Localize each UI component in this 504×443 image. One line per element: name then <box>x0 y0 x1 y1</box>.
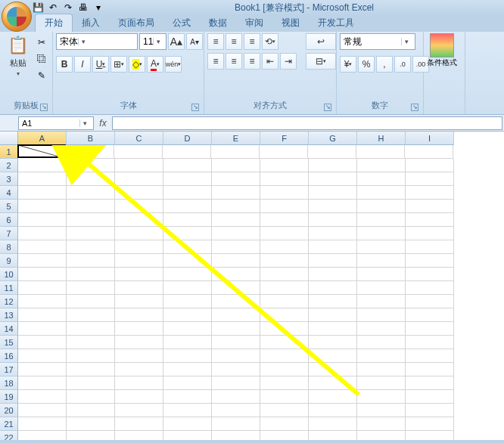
tab-view[interactable]: 视图 <box>272 14 309 32</box>
cell-C12[interactable] <box>115 295 163 308</box>
cell-I19[interactable] <box>406 390 454 404</box>
cell-E1[interactable] <box>211 145 260 159</box>
fx-icon[interactable]: fx <box>94 118 112 129</box>
cell-A20[interactable] <box>18 404 67 417</box>
cell-A16[interactable] <box>18 349 67 363</box>
tab-home[interactable]: 开始 <box>35 14 73 32</box>
cell-H11[interactable] <box>357 281 406 295</box>
cell-D13[interactable] <box>163 308 212 322</box>
cell-E3[interactable] <box>212 172 260 186</box>
cell-H3[interactable] <box>357 172 406 186</box>
cell-F12[interactable] <box>260 295 309 308</box>
office-button[interactable] <box>2 2 32 32</box>
cell-I22[interactable] <box>406 431 454 440</box>
tab-developer[interactable]: 开发工具 <box>309 14 363 32</box>
cell-B10[interactable] <box>67 268 115 281</box>
cell-D16[interactable] <box>163 349 212 363</box>
cell-E12[interactable] <box>212 295 260 308</box>
align-bottom-button[interactable]: ≡ <box>244 33 260 50</box>
cell-B8[interactable] <box>67 240 115 254</box>
cell-G1[interactable] <box>308 145 356 159</box>
cell-A22[interactable] <box>18 431 67 440</box>
column-header-I[interactable]: I <box>406 132 454 145</box>
cell-G17[interactable] <box>309 363 357 376</box>
cell-G21[interactable] <box>309 417 357 431</box>
cell-E11[interactable] <box>212 281 260 295</box>
cell-H19[interactable] <box>357 390 406 404</box>
align-left-button[interactable]: ≡ <box>207 53 224 70</box>
cell-E15[interactable] <box>212 336 260 349</box>
italic-button[interactable]: I <box>74 56 91 73</box>
undo-icon[interactable]: ↶ <box>47 2 59 14</box>
cell-E9[interactable] <box>212 254 260 268</box>
increase-decimal-button[interactable]: .0 <box>394 56 411 73</box>
cell-D20[interactable] <box>163 404 212 417</box>
cell-C20[interactable] <box>115 404 163 417</box>
row-header-1[interactable]: 1 <box>0 145 18 159</box>
cell-G6[interactable] <box>309 213 357 227</box>
cell-E6[interactable] <box>212 213 260 227</box>
row-header-9[interactable]: 9 <box>0 254 18 268</box>
cell-G5[interactable] <box>309 200 357 213</box>
font-launcher[interactable]: ↘ <box>191 104 199 111</box>
cell-C7[interactable] <box>115 227 163 240</box>
comma-button[interactable]: , <box>376 56 393 73</box>
row-header-12[interactable]: 12 <box>0 295 18 308</box>
cell-B3[interactable] <box>67 172 115 186</box>
cell-D22[interactable] <box>163 431 212 440</box>
cell-I13[interactable] <box>406 308 454 322</box>
name-box[interactable]: A1▾ <box>18 116 94 130</box>
cell-D15[interactable] <box>163 336 212 349</box>
row-header-13[interactable]: 13 <box>0 308 18 322</box>
conditional-format-button[interactable]: 条件格式 <box>427 33 457 68</box>
row-header-7[interactable]: 7 <box>0 227 18 240</box>
cell-B6[interactable] <box>67 213 115 227</box>
cell-C15[interactable] <box>115 336 163 349</box>
cell-G19[interactable] <box>309 390 357 404</box>
align-right-button[interactable]: ≡ <box>244 53 260 70</box>
currency-button[interactable]: ¥▾ <box>340 56 356 73</box>
cell-F18[interactable] <box>260 376 309 390</box>
cell-G10[interactable] <box>309 268 357 281</box>
cell-H1[interactable] <box>356 145 405 159</box>
cell-I12[interactable] <box>406 295 454 308</box>
column-header-F[interactable]: F <box>260 132 309 145</box>
cell-D5[interactable] <box>163 200 212 213</box>
cell-H12[interactable] <box>357 295 406 308</box>
row-header-20[interactable]: 20 <box>0 404 18 417</box>
cell-B2[interactable] <box>67 159 115 172</box>
cell-B7[interactable] <box>67 227 115 240</box>
cell-G18[interactable] <box>309 376 357 390</box>
tab-page-layout[interactable]: 页面布局 <box>109 14 163 32</box>
cell-B18[interactable] <box>67 376 115 390</box>
cell-D12[interactable] <box>163 295 212 308</box>
cell-C4[interactable] <box>115 186 163 200</box>
cell-I1[interactable] <box>405 145 453 159</box>
row-header-6[interactable]: 6 <box>0 213 18 227</box>
cell-I20[interactable] <box>406 404 454 417</box>
cell-E10[interactable] <box>212 268 260 281</box>
align-top-button[interactable]: ≡ <box>207 33 224 50</box>
column-header-D[interactable]: D <box>163 132 212 145</box>
cell-A3[interactable] <box>18 172 67 186</box>
cell-A9[interactable] <box>18 254 67 268</box>
cell-B13[interactable] <box>67 308 115 322</box>
cell-H15[interactable] <box>357 336 406 349</box>
cell-F4[interactable] <box>260 186 309 200</box>
cell-C14[interactable] <box>115 322 163 336</box>
cell-C3[interactable] <box>115 172 163 186</box>
align-middle-button[interactable]: ≡ <box>226 33 242 50</box>
cell-B17[interactable] <box>67 363 115 376</box>
font-name-combo[interactable]: 宋体▾ <box>56 33 138 50</box>
cell-E7[interactable] <box>212 227 260 240</box>
cell-D8[interactable] <box>163 240 212 254</box>
cell-C21[interactable] <box>115 417 163 431</box>
cell-F11[interactable] <box>260 281 309 295</box>
cell-G12[interactable] <box>309 295 357 308</box>
cell-I5[interactable] <box>406 200 454 213</box>
cell-B21[interactable] <box>67 417 115 431</box>
cell-F6[interactable] <box>260 213 309 227</box>
cell-F3[interactable] <box>260 172 309 186</box>
cell-A7[interactable] <box>18 227 67 240</box>
row-header-15[interactable]: 15 <box>0 336 18 349</box>
